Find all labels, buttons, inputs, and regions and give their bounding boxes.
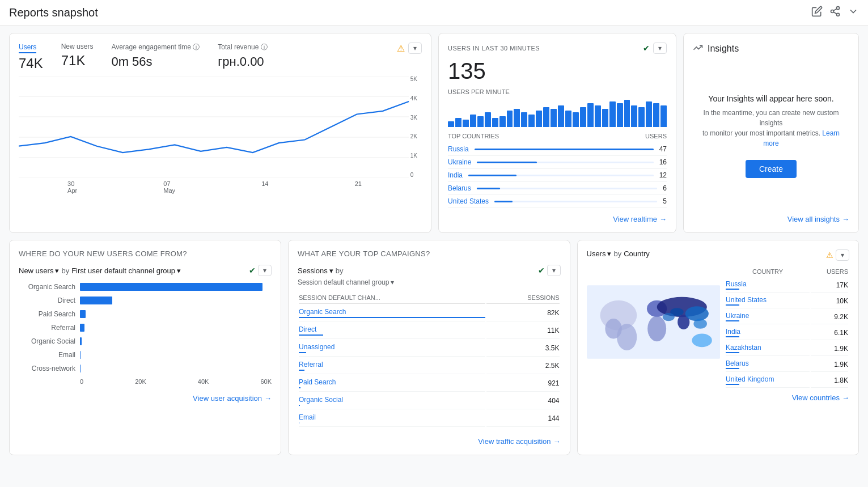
by-label: by [61,266,69,275]
learn-more-link[interactable]: Learn more [763,129,840,147]
session-name[interactable]: Email [299,413,485,421]
geo-country-name[interactable]: United Kingdom [726,373,810,388]
session-name[interactable]: Paid Search [299,378,485,386]
users-col-label: USERS [645,133,667,139]
geo-country-name[interactable]: Ukraine [726,310,810,324]
country-bar-wrap [477,188,658,189]
session-value-cell: 921 [486,375,560,392]
session-name[interactable]: Organic Search [299,308,485,316]
x-40k: 40K [198,378,209,385]
session-name[interactable]: Unassigned [299,343,485,351]
country-value: 6 [663,184,667,192]
session-name-cell: Organic Social [299,393,485,409]
hbar-fill [80,297,112,304]
country-value: 12 [659,171,667,179]
country-bar-wrap [475,149,654,150]
geo-country-name[interactable]: United States [726,294,810,308]
edit-icon[interactable] [811,6,823,20]
x-20k: 20K [135,378,146,385]
geo-country-name[interactable]: Russia [726,278,810,293]
metric-new-users: New users 71K [61,43,94,69]
session-value-cell: 144 [486,410,560,427]
geo-header-row: COUNTRY USERS [726,266,848,277]
acquisition-filter: New users ▾ by First user default channe… [19,266,181,275]
country-name[interactable]: Russia [448,145,469,153]
view-countries-link[interactable]: View countries → [587,393,850,402]
session-channel-btn[interactable]: Session default channel group ▾ [298,278,394,286]
users-label[interactable]: Users [19,43,36,53]
campaigns-dropdown[interactable]: ▾ [547,265,561,276]
hbar-track [80,310,272,318]
acquisition-card: WHERE DO YOUR NEW USERS COME FROM? New u… [9,240,281,455]
session-name-cell: Organic Search [299,305,485,321]
engagement-info-icon[interactable]: ⓘ [193,43,200,51]
mini-bar-item [463,120,469,127]
channel-group-filter-btn[interactable]: First user default channel group ▾ [71,266,181,275]
create-button[interactable]: Create [746,160,797,178]
revenue-info-icon[interactable]: ⓘ [261,43,268,51]
share-icon[interactable] [829,6,841,20]
geo-country-value: 1.8K [811,373,848,388]
acquisition-dropdown[interactable]: ▾ [258,265,272,276]
mini-bar-item [507,111,513,127]
session-name[interactable]: Referral [299,361,485,369]
svg-line-4 [833,9,837,10]
hbar-label: Organic Social [19,337,75,345]
geo-card-header: Users ▾ by Country ⚠ ▾ [587,249,850,261]
session-bar [299,387,300,388]
more-icon[interactable] [848,6,859,20]
country-row: India 12 [448,169,667,182]
hbar-row: Organic Social [19,337,272,345]
session-row: Unassigned 3.5K [299,340,560,357]
country-name[interactable]: India [448,171,463,179]
hbar-fill [80,351,81,359]
page-header: Reports snapshot [0,0,868,26]
country-name[interactable]: United States [448,197,489,205]
session-bar [299,334,323,336]
geo-country-name[interactable]: Kazakhstan [726,341,810,356]
country-bar-wrap [494,201,657,202]
view-user-acquisition-link[interactable]: View user acquisition → [19,394,272,403]
geo-status: ⚠ ▾ [826,249,849,261]
hbar-label: Referral [19,324,75,332]
country-value: 16 [659,158,667,166]
insights-header: Insights [693,43,849,55]
new-users-filter-btn[interactable]: New users ▾ [19,266,59,275]
country-underline [726,289,739,290]
session-name-cell: Paid Search [299,375,485,392]
country-name[interactable]: Ukraine [448,158,471,166]
session-name[interactable]: Direct [299,325,485,333]
view-traffic-acquisition-link[interactable]: View traffic acquisition → [298,437,561,446]
sessions-filter-btn[interactable]: Sessions ▾ [298,266,333,275]
metric-dropdown[interactable]: ▾ [408,43,422,54]
sessions-header-row: SESSION DEFAULT CHAN... SESSIONS [299,292,560,304]
country-name[interactable]: Belarus [448,184,471,192]
view-all-insights-link[interactable]: View all insights → [693,215,849,223]
country-btn[interactable]: Country [624,249,650,258]
mini-bar-item [558,105,564,127]
x-axis-labels: 30Apr 07May 14 21 [24,180,405,194]
mini-bar-item [521,112,527,127]
geo-row: United Kingdom 1.8K [726,373,848,388]
geo-dropdown[interactable]: ▾ [836,249,849,261]
country-bar [494,201,513,202]
session-name[interactable]: Organic Social [299,396,485,404]
view-realtime-link[interactable]: View realtime → [448,215,667,223]
realtime-header: USERS IN LAST 30 MINUTES ✔ ▾ [448,43,667,54]
realtime-dropdown[interactable]: ▾ [653,43,667,54]
revenue-value: грн.0.00 [218,54,267,69]
geo-row: United States 10K [726,294,848,308]
world-map-container [587,265,721,389]
hbar-label: Cross-network [19,365,75,372]
country-value: 5 [663,197,667,205]
geo-country-name[interactable]: Belarus [726,357,810,372]
svg-point-2 [837,13,840,16]
hbar-track [80,351,272,359]
users-geo-btn[interactable]: Users ▾ [587,249,612,258]
session-value-cell: 82K [486,305,560,321]
check-icon: ✔ [643,44,650,53]
session-row: Email 144 [299,410,560,427]
geo-country-name[interactable]: India [726,325,810,340]
alert-icon: ⚠ [826,251,833,260]
x-label-21: 21 [355,180,362,194]
